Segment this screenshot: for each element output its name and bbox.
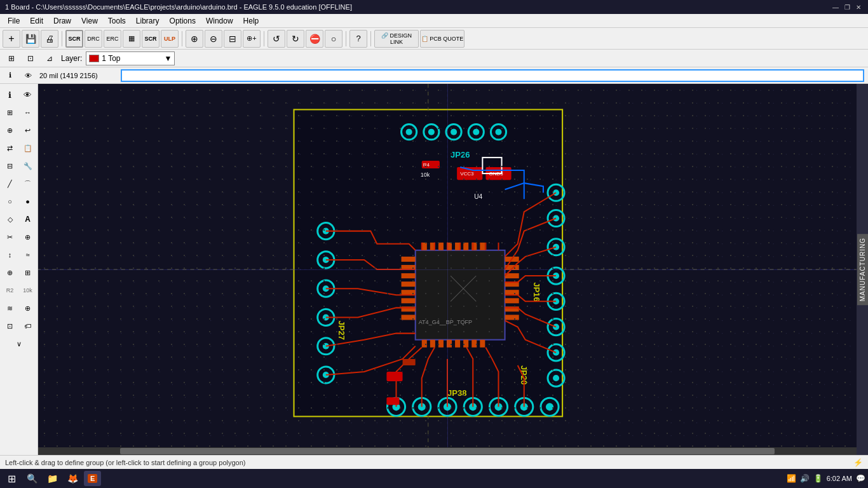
lt-row-8: ◇ A: [2, 211, 36, 227]
main-area: ℹ 👁 ⊞ ↔ ⊕ ↩ ⇄ 📋 ⊟ 🔧 ╱ ⌒ ○ ● ◇ A: [0, 84, 868, 455]
menu-help[interactable]: Help: [238, 15, 264, 27]
zoom-in-button[interactable]: ⊕: [186, 30, 203, 48]
zoom-standard-button[interactable]: ⊟: [224, 30, 241, 48]
save-button[interactable]: 💾: [22, 30, 39, 48]
group-tool[interactable]: ⊡: [2, 318, 18, 334]
ripup-tool[interactable]: ≈: [20, 247, 36, 263]
signals-tool[interactable]: ≋: [2, 300, 18, 316]
layer-color-indicator: [89, 55, 99, 62]
menu-file[interactable]: File: [3, 15, 25, 27]
redo-button[interactable]: ↻: [287, 30, 304, 48]
close-button[interactable]: ✕: [854, 3, 863, 11]
lt-row-10: ↕ ≈: [2, 247, 36, 263]
lt-row-11: ⊕ ⊞: [2, 264, 36, 281]
split-tool[interactable]: ✂: [2, 229, 18, 245]
clock: 6:02 AM: [827, 475, 852, 482]
status-bar: Left-click & drag to define group (or le…: [0, 455, 868, 469]
lt-row-3: ⊕ ↩: [2, 122, 36, 139]
browser-button[interactable]: 🦊: [64, 470, 81, 487]
menu-edit[interactable]: Edit: [25, 15, 48, 27]
autorouter-tool[interactable]: ⊕: [20, 300, 36, 316]
filter-button[interactable]: ⊞: [4, 51, 19, 66]
mirror-tool[interactable]: ⇄: [2, 140, 18, 156]
grid-button[interactable]: ⊡: [23, 51, 38, 66]
show-tool[interactable]: 👁: [20, 86, 36, 103]
polygon-tool[interactable]: ◇: [2, 211, 18, 227]
layer-selector[interactable]: 1 Top ▼: [86, 51, 175, 65]
smash-tool[interactable]: ⊞: [20, 264, 36, 281]
drc-button[interactable]: DRC: [85, 30, 102, 48]
command-input[interactable]: [121, 69, 864, 82]
via-tool[interactable]: ●: [20, 193, 36, 210]
separator2: [182, 31, 182, 46]
maximize-button[interactable]: ❐: [843, 3, 851, 11]
eye-button[interactable]: 👁: [22, 69, 34, 82]
manufacturing-button[interactable]: MANUFACTURING: [857, 234, 868, 305]
tag-tool[interactable]: 🏷: [20, 318, 36, 334]
menu-tools[interactable]: Tools: [103, 15, 131, 27]
canvas-scrollbar-thumb[interactable]: [120, 448, 775, 454]
text-tool[interactable]: A: [20, 211, 36, 227]
network-icon: 📶: [787, 474, 796, 483]
action-button[interactable]: ○: [325, 30, 342, 48]
start-button[interactable]: ⊞: [3, 470, 20, 487]
stop-button[interactable]: ⛔: [306, 30, 323, 48]
route-tool[interactable]: ↕: [2, 247, 18, 263]
menu-library[interactable]: Library: [131, 15, 165, 27]
grid-tool[interactable]: ⊞: [2, 104, 18, 121]
separator3: [264, 31, 264, 46]
erc-button[interactable]: ERC: [104, 30, 121, 48]
drc-layer-button[interactable]: ⊿: [42, 51, 57, 66]
print-button[interactable]: 🖨: [41, 30, 58, 48]
window-controls: — ❐ ✕: [831, 3, 863, 11]
copy-tool[interactable]: 📋: [20, 140, 36, 156]
arc-tool[interactable]: ⌒: [20, 175, 36, 192]
script-button[interactable]: SCR: [65, 30, 83, 48]
title-text: 1 Board - C:\Users\ssssss\Documents\EAGL…: [5, 3, 352, 11]
menu-options[interactable]: Options: [165, 15, 201, 27]
separator5: [370, 31, 371, 46]
search-button[interactable]: 🔍: [23, 470, 41, 487]
ulp-button[interactable]: ULP: [161, 30, 179, 48]
pcb-canvas-area[interactable]: JP26 VCC3 GND3 R4 10k: [38, 84, 857, 455]
lt-row-9: ✂ ⊕: [2, 229, 36, 245]
lt-row-5: ⊟ 🔧: [2, 158, 36, 174]
new-button[interactable]: +: [3, 30, 20, 48]
wire-tool[interactable]: ╱: [2, 175, 18, 192]
add-part-tool[interactable]: ⊕: [2, 122, 18, 139]
script2-button[interactable]: SCR: [142, 30, 159, 48]
volume-icon: 🔊: [800, 474, 810, 483]
file-explorer-button[interactable]: 📁: [43, 470, 61, 487]
junction-tool[interactable]: ⊕: [20, 229, 36, 245]
layer-name: 1 Top: [102, 54, 120, 63]
info-tool[interactable]: ℹ: [2, 86, 18, 103]
wrench-tool[interactable]: 🔧: [20, 158, 36, 174]
lt-row-15: ∨: [11, 336, 27, 352]
board-button[interactable]: ▦: [123, 30, 140, 48]
design-link-button[interactable]: 🔗 DESIGN LINK: [374, 30, 419, 48]
menu-draw[interactable]: Draw: [48, 15, 76, 27]
notification-icon[interactable]: 💬: [856, 474, 865, 483]
move-tool[interactable]: ↔: [20, 104, 36, 121]
minimize-button[interactable]: —: [831, 3, 840, 11]
more-button[interactable]: ∨: [11, 336, 27, 352]
info-bar: ℹ 👁 20 mil (1419 2156): [0, 67, 868, 84]
eagle-taskbar-button[interactable]: E: [84, 471, 101, 486]
menu-view[interactable]: View: [76, 15, 103, 27]
zoom-fit-button[interactable]: ⊕+: [243, 30, 261, 48]
taskbar-left: ⊞ 🔍 📁 🦊 E: [3, 470, 101, 487]
zoom-out-button[interactable]: ⊖: [205, 30, 222, 48]
r2-indicator: R2: [2, 282, 18, 299]
fanout-tool[interactable]: ⊕: [2, 264, 18, 281]
undo-button[interactable]: ↺: [268, 30, 285, 48]
menu-window[interactable]: Window: [201, 15, 238, 27]
circle-tool[interactable]: ○: [2, 193, 18, 210]
title-bar: 1 Board - C:\Users\ssssss\Documents\EAGL…: [0, 0, 868, 14]
rotate-tool[interactable]: ↩: [20, 122, 36, 139]
separator4: [346, 31, 346, 46]
pcb-quote-button[interactable]: 📋 PCB QUOTE: [420, 30, 465, 48]
help-button[interactable]: ?: [349, 30, 367, 48]
info-icon-button[interactable]: ℹ: [4, 69, 17, 82]
canvas-scrollbar[interactable]: [38, 447, 857, 455]
delete-tool[interactable]: ⊟: [2, 158, 18, 174]
